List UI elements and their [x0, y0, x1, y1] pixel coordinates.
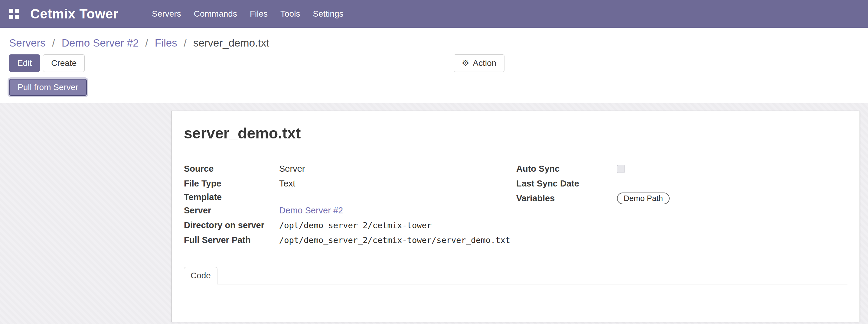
breadcrumb-separator: / — [142, 37, 152, 48]
record-title: server_demo.txt — [184, 125, 847, 142]
form-buttons-row: Edit Create ⚙ Action — [0, 50, 868, 74]
field-label-directory: Directory on server — [184, 220, 279, 230]
action-button[interactable]: ⚙ Action — [454, 55, 504, 72]
field-full-path: Full Server Path /opt/demo_server_2/cetm… — [184, 233, 516, 248]
field-directory: Directory on server /opt/demo_server_2/c… — [184, 218, 516, 233]
breadcrumb-separator: / — [180, 37, 190, 48]
field-label-last-sync-date: Last Sync Date — [516, 179, 612, 189]
variable-tag-demo-path: Demo Path — [617, 193, 670, 204]
edit-button[interactable]: Edit — [9, 55, 40, 72]
field-value-server-link[interactable]: Demo Server #2 — [279, 205, 343, 216]
field-file-type: File Type Text — [184, 176, 516, 191]
breadcrumb: Servers / Demo Server #2 / Files / serve… — [0, 28, 868, 50]
field-variables: Variables Demo Path — [516, 191, 847, 206]
menu-servers[interactable]: Servers — [146, 5, 187, 23]
field-auto-sync: Auto Sync — [516, 161, 847, 176]
breadcrumb-files[interactable]: Files — [155, 37, 177, 48]
field-value-full-path: /opt/demo_server_2/cetmix-tower/server_d… — [279, 235, 510, 245]
field-last-sync-date: Last Sync Date — [516, 176, 847, 191]
field-label-source: Source — [184, 164, 279, 174]
create-button[interactable]: Create — [43, 55, 85, 72]
apps-grid-square — [9, 9, 13, 13]
menu-files[interactable]: Files — [244, 5, 274, 23]
header-buttons-row: Pull from Server — [0, 74, 868, 103]
field-label-template: Template — [184, 192, 279, 202]
breadcrumb-servers[interactable]: Servers — [9, 37, 46, 48]
breadcrumb-current-file: server_demo.txt — [193, 37, 269, 48]
breadcrumb-demo-server[interactable]: Demo Server #2 — [62, 37, 139, 48]
field-groups: Source Server File Type Text Template Se… — [184, 161, 847, 248]
apps-grid-icon[interactable] — [9, 9, 19, 19]
top-navbar: Cetmix Tower Servers Commands Files Tool… — [0, 0, 868, 28]
field-label-server: Server — [184, 205, 279, 216]
field-label-variables: Variables — [516, 193, 612, 203]
apps-grid-square — [15, 15, 19, 19]
field-server: Server Demo Server #2 — [184, 203, 516, 218]
apps-grid-square — [15, 9, 19, 13]
tab-code-content — [184, 284, 847, 318]
field-value-directory: /opt/demo_server_2/cetmix-tower — [279, 221, 432, 230]
field-label-full-path: Full Server Path — [184, 235, 279, 245]
field-value-variables: Demo Path — [612, 191, 670, 206]
left-field-column: Source Server File Type Text Template Se… — [184, 161, 516, 248]
content-area: server_demo.txt Source Server File Type … — [0, 103, 868, 324]
apps-grid-square — [9, 15, 13, 19]
pull-from-server-button[interactable]: Pull from Server — [9, 79, 87, 96]
menu-commands[interactable]: Commands — [187, 5, 244, 23]
main-menu: Servers Commands Files Tools Settings — [146, 5, 350, 23]
field-source: Source Server — [184, 161, 516, 176]
field-value-last-sync-date — [612, 176, 624, 191]
menu-settings[interactable]: Settings — [306, 5, 350, 23]
field-value-source: Server — [279, 164, 305, 174]
tab-code[interactable]: Code — [184, 267, 217, 284]
field-label-auto-sync: Auto Sync — [516, 164, 612, 174]
auto-sync-checkbox[interactable] — [617, 165, 625, 173]
control-panel: Servers / Demo Server #2 / Files / serve… — [0, 28, 868, 103]
breadcrumb-separator: / — [49, 37, 59, 48]
field-value-file-type: Text — [279, 179, 295, 189]
field-value-auto-sync — [612, 161, 625, 176]
app-brand-title[interactable]: Cetmix Tower — [30, 6, 118, 22]
menu-tools[interactable]: Tools — [274, 5, 306, 23]
field-template: Template — [184, 191, 516, 203]
gear-icon: ⚙ — [462, 59, 469, 67]
form-sheet: server_demo.txt Source Server File Type … — [172, 110, 860, 322]
right-field-column: Auto Sync Last Sync Date Variables Demo … — [516, 161, 847, 248]
notebook-tab-bar: Code — [184, 267, 847, 284]
field-label-file-type: File Type — [184, 179, 279, 189]
notebook: Code — [184, 267, 847, 318]
action-button-label: Action — [473, 58, 496, 69]
